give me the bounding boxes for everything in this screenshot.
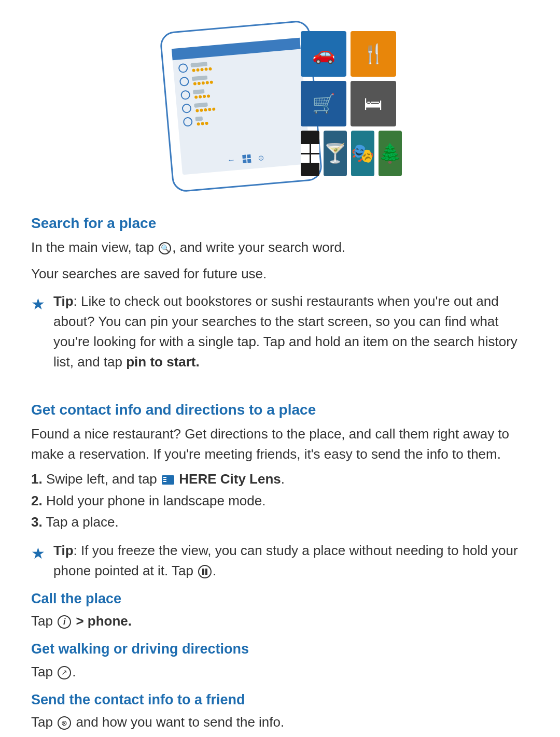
category-tiles: 🚗 🍴 🛒 🛏 🍸 🎭 🌲 [301,31,399,180]
contact-tip-text: Tip: If you freeze the view, you can stu… [53,541,529,581]
tile-transport: 🚗 [301,31,346,77]
directions-body: Tap ↗. [31,662,529,682]
contact-tip-row: ★ Tip: If you freeze the view, you can s… [31,541,529,581]
call-body: Tap i > phone. [31,611,529,631]
search-body1: In the main view, tap 🔍, and write your … [31,237,529,258]
here-city-lens-icon-1 [162,475,174,485]
tile-shop: 🛒 [301,81,346,126]
search-body1-after: , and write your search word. [172,239,345,255]
tile-windows [301,131,319,176]
search-tip-row: ★ Tip: Like to check out bookstores or s… [31,291,529,372]
nav-icon-inline: ↗ [58,666,71,679]
phone-illustration: ← ⊙ 🚗 🍴 🛒 🛏 [161,26,399,192]
search-body1-text: In the main view, tap [31,239,158,255]
contact-step3: 3. Tap a place. [31,512,529,533]
illustration-area: ← ⊙ 🚗 🍴 🛒 🛏 [31,16,529,192]
send-subsection: Send the contact info to a friend Tap ⊗ … [31,689,529,733]
star-icon-search: ★ [31,292,45,316]
tile-hotel: 🛏 [351,81,396,126]
star-icon-contact: ★ [31,542,45,565]
phone-screen: ← ⊙ [172,38,311,175]
share-icon-inline: ⊗ [58,716,71,730]
contact-title: Get contact info and directions to a pla… [31,399,529,421]
contact-step2: 2. Hold your phone in landscape mode. [31,490,529,512]
info-icon-inline: i [58,615,71,629]
search-icon-inline: 🔍 [159,242,171,254]
phone-body: ← ⊙ [159,20,323,193]
call-title: Call the place [31,588,529,610]
contact-section: Get contact info and directions to a pla… [31,399,529,732]
send-title: Send the contact info to a friend [31,689,529,711]
directions-subsection: Get walking or driving directions Tap ↗. [31,639,529,682]
contact-body: Found a nice restaurant? Get directions … [31,424,529,464]
search-body2: Your searches are saved for future use. [31,264,529,284]
contact-steps: 1. Swipe left, and tap HERE City Lens. 2… [31,469,529,533]
directions-title: Get walking or driving directions [31,639,529,660]
search-title: Search for a place [31,212,529,234]
tile-nature: 🌲 [379,131,402,176]
tile-restaurant: 🍴 [351,31,396,77]
tile-bar: 🍸 [324,131,347,176]
send-body: Tap ⊗ and how you want to send the info. [31,712,529,732]
pause-icon-inline [198,565,212,578]
call-subsection: Call the place Tap i > phone. [31,588,529,632]
contact-step1: 1. Swipe left, and tap HERE City Lens. [31,469,529,490]
search-section: Search for a place In the main view, tap… [31,212,529,372]
tile-entertainment: 🎭 [351,131,374,176]
search-tip-text: Tip: Like to check out bookstores or sus… [53,291,529,372]
